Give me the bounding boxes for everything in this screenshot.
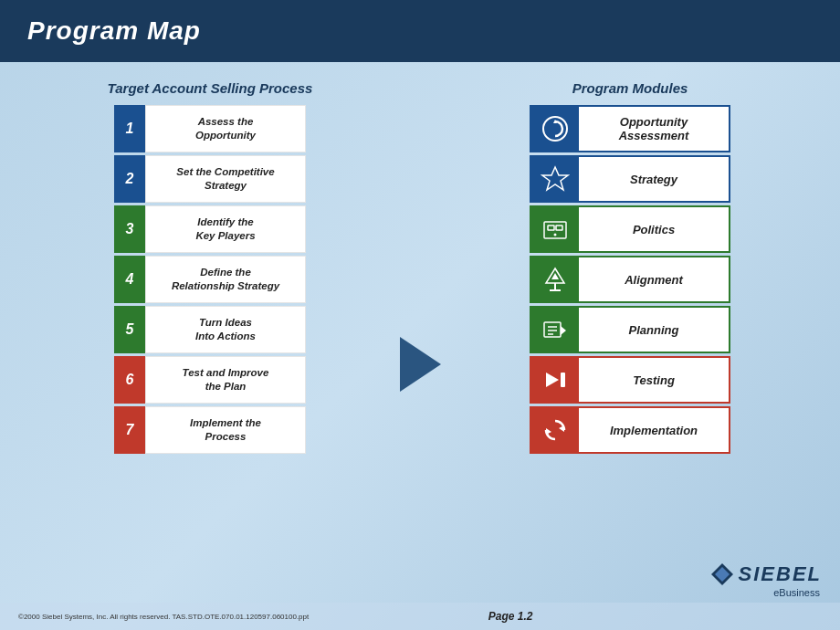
- step-number-5: 5: [114, 306, 145, 353]
- module-testing: Testing: [530, 356, 730, 404]
- svg-marker-18: [559, 425, 564, 432]
- module-strategy: Strategy: [530, 155, 730, 203]
- opportunity-icon: [531, 107, 579, 151]
- planning-icon: [531, 308, 579, 352]
- svg-rect-5: [556, 226, 562, 230]
- svg-marker-2: [542, 167, 568, 190]
- right-column-title: Program Modules: [572, 80, 688, 96]
- module-label-strategy: Strategy: [579, 157, 729, 201]
- module-label-testing: Testing: [579, 358, 729, 402]
- alignment-icon: [531, 257, 579, 301]
- module-label-planning: Planning: [579, 308, 729, 352]
- module-planning: Planning: [530, 306, 730, 353]
- module-politics: Politics: [530, 205, 730, 253]
- step-number-4: 4: [114, 256, 145, 303]
- svg-point-6: [554, 234, 557, 236]
- module-label-politics: Politics: [579, 207, 729, 251]
- process-step-1: 1 Assess theOpportunity: [114, 105, 306, 152]
- svg-rect-4: [548, 226, 554, 230]
- process-step-7: 7 Implement theProcess: [114, 406, 306, 454]
- right-column: Program Modules OpportunityAssessment: [447, 80, 813, 593]
- process-steps: 1 Assess theOpportunity 2 Set the Compet…: [114, 105, 306, 457]
- header: Program Map: [0, 0, 840, 62]
- implementation-icon: [531, 408, 579, 452]
- footer-copyright: ©2000 Siebel Systems, Inc. All rights re…: [18, 613, 309, 621]
- svg-rect-17: [561, 373, 565, 387]
- strategy-icon: [531, 157, 579, 201]
- process-step-6: 6 Test and Improvethe Plan: [114, 356, 306, 404]
- svg-marker-10: [551, 273, 559, 279]
- module-implementation: Implementation: [530, 406, 730, 454]
- module-alignment: Alignment: [530, 256, 730, 303]
- step-label-5: Turn IdeasInto Actions: [145, 306, 306, 353]
- siebel-brand-name: SIEBEL: [739, 562, 822, 586]
- process-step-3: 3 Identify theKey Players: [114, 205, 306, 253]
- svg-marker-12: [561, 326, 566, 335]
- testing-icon: [531, 358, 579, 402]
- module-label-alignment: Alignment: [579, 257, 729, 301]
- module-label-implementation: Implementation: [579, 408, 729, 452]
- svg-marker-16: [546, 373, 559, 387]
- svg-marker-19: [546, 428, 551, 435]
- step-label-7: Implement theProcess: [145, 406, 306, 454]
- left-column-title: Target Account Selling Process: [108, 80, 313, 96]
- process-arrow-icon: [400, 337, 441, 392]
- politics-icon: [531, 207, 579, 251]
- step-label-6: Test and Improvethe Plan: [145, 356, 306, 404]
- module-label-opportunity: OpportunityAssessment: [579, 107, 729, 151]
- siebel-logo: SIEBEL eBusiness: [709, 562, 822, 598]
- page-title: Program Map: [27, 16, 201, 46]
- step-number-6: 6: [114, 356, 145, 404]
- step-number-2: 2: [114, 155, 145, 203]
- step-label-3: Identify theKey Players: [145, 205, 306, 253]
- step-label-4: Define theRelationship Strategy: [145, 256, 306, 303]
- siebel-logo-icon: [709, 562, 735, 587]
- process-step-4: 4 Define theRelationship Strategy: [114, 256, 306, 303]
- footer-page-number: Page 1.2: [488, 610, 533, 623]
- process-step-2: 2 Set the CompetitiveStrategy: [114, 155, 306, 203]
- module-opportunity: OpportunityAssessment: [530, 105, 730, 152]
- step-number-7: 7: [114, 406, 145, 454]
- footer: ©2000 Siebel Systems, Inc. All rights re…: [0, 603, 840, 630]
- left-column: Target Account Selling Process 1 Assess …: [27, 80, 393, 593]
- main-content: Target Account Selling Process 1 Assess …: [0, 62, 840, 603]
- process-step-5: 5 Turn IdeasInto Actions: [114, 306, 306, 353]
- siebel-sub-brand: eBusiness: [709, 587, 822, 598]
- step-label-2: Set the CompetitiveStrategy: [145, 155, 306, 203]
- step-number-3: 3: [114, 205, 145, 253]
- arrow-container: [393, 80, 447, 593]
- step-number-1: 1: [114, 105, 145, 152]
- step-label-1: Assess theOpportunity: [145, 105, 306, 152]
- modules-list: OpportunityAssessment Strategy: [530, 105, 730, 457]
